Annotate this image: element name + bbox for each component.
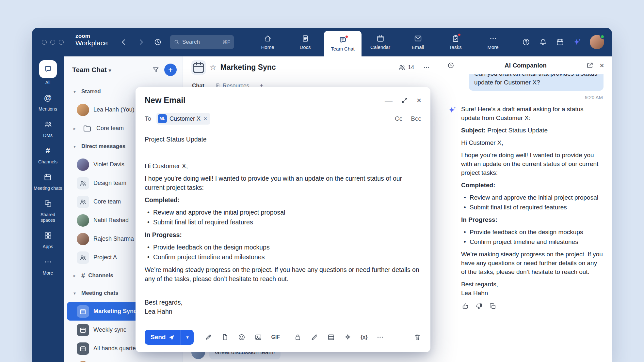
topbar-right — [522, 28, 604, 56]
attach-file-icon[interactable] — [221, 333, 229, 341]
ai-companion-panel: AI Companion × Can you draft an email th… — [439, 56, 612, 362]
email-body-editor[interactable]: Hi Customer X, I hope you’re doing well!… — [145, 154, 421, 316]
emoji-icon[interactable] — [238, 333, 246, 341]
subject-field[interactable]: Project Status Update — [145, 130, 421, 149]
meeting-icon — [77, 342, 89, 355]
avatar — [77, 214, 89, 227]
chat-icon — [44, 65, 52, 73]
rail-item-more[interactable]: More — [41, 255, 55, 276]
topbar: zoom Workplace Search ⌘F Home Docs Team … — [32, 28, 612, 56]
more-options-icon[interactable] — [376, 333, 384, 341]
nav-docs[interactable]: Docs — [286, 28, 324, 56]
trash-icon[interactable] — [413, 333, 421, 341]
thumbs-down-icon[interactable] — [475, 303, 483, 310]
expand-icon[interactable] — [401, 97, 408, 104]
ai-companion-sparkle-icon[interactable] — [573, 38, 581, 46]
more-icon — [489, 34, 497, 43]
close-icon[interactable]: × — [600, 62, 604, 69]
member-count[interactable]: 14 — [398, 64, 414, 71]
ai-response: Sure! Here’s a draft email asking for a … — [448, 105, 604, 310]
recipient-avatar: ML — [158, 114, 167, 123]
edit-pencil-icon[interactable] — [311, 333, 318, 341]
send-options-button[interactable]: ▾ — [181, 330, 194, 345]
gif-icon[interactable]: GIF — [271, 334, 280, 340]
thumbs-up-icon[interactable] — [462, 303, 469, 310]
rail-item-dms[interactable]: DMs — [41, 118, 55, 138]
remove-recipient-icon[interactable]: × — [204, 115, 207, 122]
rail-item-mentions[interactable]: @ Mentions — [39, 91, 57, 112]
team-chat-dropdown[interactable]: Team Chat▾ — [72, 66, 113, 74]
lock-icon[interactable] — [294, 333, 302, 341]
minimize-icon[interactable]: — — [385, 97, 393, 104]
user-prompt-bubble: Can you draft an email that provides a s… — [469, 74, 604, 91]
modal-header: New Email — × — [145, 87, 421, 105]
help-icon[interactable] — [522, 38, 530, 46]
nav-calendar[interactable]: Calendar — [362, 28, 399, 56]
hash-icon: # — [81, 272, 85, 279]
star-icon[interactable]: ☆ — [210, 63, 217, 72]
cc-button[interactable]: Cc — [395, 115, 402, 122]
nav-team-chat[interactable]: Team Chat — [324, 31, 362, 56]
search-input[interactable]: Search ⌘F — [170, 35, 234, 49]
email-icon — [414, 34, 422, 43]
ai-sparkle-icon — [448, 106, 457, 114]
nav-tasks[interactable]: Tasks — [437, 28, 474, 56]
page-title: Marketing Sync — [220, 63, 276, 72]
copy-icon[interactable] — [489, 303, 496, 310]
at-icon: @ — [44, 94, 52, 102]
to-field[interactable]: To ML Customer X × Cc Bcc — [145, 113, 421, 125]
caret-down-icon: ▾ — [73, 291, 78, 296]
user-avatar[interactable] — [590, 35, 604, 49]
rail-item-all[interactable]: All — [39, 60, 57, 85]
history-icon[interactable] — [153, 38, 162, 46]
window-close-button[interactable] — [42, 40, 47, 45]
rail-item-channels[interactable]: # Channels — [38, 144, 57, 164]
send-button[interactable]: Send — [145, 330, 181, 345]
people-icon — [398, 64, 406, 71]
ai-feedback-bar — [462, 303, 604, 310]
bcc-button[interactable]: Bcc — [411, 115, 421, 122]
window-minimize-button[interactable] — [50, 40, 55, 45]
history-icon[interactable] — [447, 62, 455, 69]
search-icon — [174, 39, 180, 45]
notifications-bell-icon[interactable] — [539, 38, 547, 46]
search-shortcut-hint: ⌘F — [222, 39, 230, 45]
layout-icon[interactable] — [327, 333, 335, 341]
modal-title: New Email — [145, 96, 185, 105]
filter-icon[interactable] — [152, 66, 160, 74]
recipient-chip[interactable]: ML Customer X × — [156, 113, 210, 125]
back-icon[interactable] — [120, 38, 128, 46]
rail-item-apps[interactable]: Apps — [41, 229, 55, 249]
window-zoom-button[interactable] — [59, 40, 64, 45]
close-icon[interactable]: × — [417, 97, 421, 104]
nav-email[interactable]: Email — [399, 28, 437, 56]
tasks-badge — [458, 33, 461, 37]
ai-sparkle-outline-icon[interactable] — [344, 333, 352, 341]
window-controls — [42, 40, 64, 45]
team-chat-badge — [345, 35, 348, 38]
compose-toolbar: Send ▾ GIF {x} — [145, 322, 421, 352]
apps-icon — [44, 231, 52, 240]
new-chat-button[interactable]: + — [164, 64, 177, 76]
image-icon[interactable] — [254, 333, 262, 341]
team-icon — [77, 196, 89, 208]
chat-row-lea-rajesh[interactable]: Lea/Rajesh 1:1 — [64, 358, 183, 362]
nav-home[interactable]: Home — [249, 28, 286, 56]
avatar — [77, 104, 89, 116]
folder-icon — [82, 124, 92, 133]
people-icon — [44, 120, 52, 128]
open-in-new-icon[interactable] — [586, 62, 594, 69]
mini-calendar-icon[interactable] — [556, 38, 564, 46]
variables-icon[interactable]: {x} — [361, 334, 367, 340]
nav-more[interactable]: More — [474, 28, 512, 56]
rail-item-shared-spaces[interactable]: Shared spaces — [34, 197, 62, 222]
timestamp: 9:20 AM — [448, 95, 603, 100]
meeting-icon — [77, 305, 89, 318]
presence-indicator — [600, 35, 604, 39]
rail-item-meeting-chats[interactable]: Meeting chats — [34, 171, 62, 191]
send-plane-icon — [169, 334, 175, 340]
ai-conversation: Can you draft an email that provides a s… — [439, 74, 612, 362]
signature-pen-icon[interactable] — [204, 333, 212, 341]
forward-icon[interactable] — [137, 38, 145, 46]
channel-more-icon[interactable] — [423, 64, 430, 71]
